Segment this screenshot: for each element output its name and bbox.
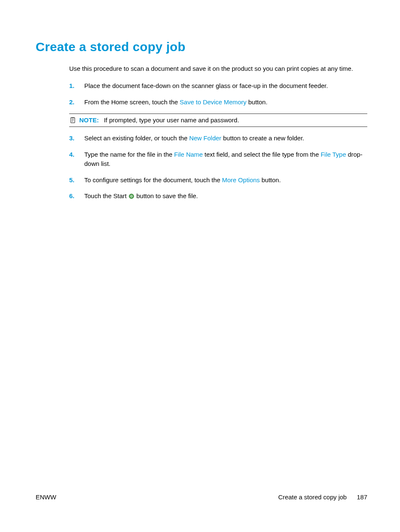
text-fragment: button. xyxy=(247,98,268,106)
note-text: If prompted, type your user name and pas… xyxy=(104,116,239,124)
ui-reference: Save to Device Memory xyxy=(180,98,247,106)
text-fragment: button to save the file. xyxy=(135,192,198,199)
ui-reference: File Type xyxy=(321,151,346,158)
text-fragment: button. xyxy=(260,176,281,183)
note-label: NOTE: xyxy=(79,116,99,124)
steps-list: 1. Place the document face-down on the s… xyxy=(69,81,367,107)
page-number: 187 xyxy=(357,493,367,501)
footer-left: ENWW xyxy=(36,493,56,501)
text-fragment: Place the document face-down on the scan… xyxy=(84,82,328,89)
page-heading: Create a stored copy job xyxy=(36,40,367,54)
intro-paragraph: Use this procedure to scan a document an… xyxy=(69,64,367,73)
step-item: 5. To configure settings for the documen… xyxy=(69,176,367,185)
step-text: Touch the Start button to save the file. xyxy=(84,191,367,201)
ui-reference: More Options xyxy=(222,176,260,183)
note-box: NOTE:If prompted, type your user name an… xyxy=(69,114,367,127)
step-number: 6. xyxy=(69,191,84,201)
step-item: 1. Place the document face-down on the s… xyxy=(69,81,367,91)
note-icon xyxy=(70,117,76,123)
note-content: NOTE:If prompted, type your user name an… xyxy=(79,116,239,124)
step-text: Type the name for the file in the File N… xyxy=(84,150,367,169)
step-item: 2. From the Home screen, touch the Save … xyxy=(69,98,367,107)
step-item: 6. Touch the Start button to save the fi… xyxy=(69,191,367,201)
step-text: Select an existing folder, or touch the … xyxy=(84,134,367,143)
svg-point-7 xyxy=(131,196,132,196)
text-fragment: text field, and select the file type fro… xyxy=(203,151,321,158)
text-fragment: To configure settings for the document, … xyxy=(84,176,222,183)
step-number: 5. xyxy=(69,176,84,185)
step-text: To configure settings for the document, … xyxy=(84,176,367,185)
step-item: 3. Select an existing folder, or touch t… xyxy=(69,134,367,143)
text-fragment: From the Home screen, touch the xyxy=(84,98,180,106)
step-number: 1. xyxy=(69,81,84,91)
step-text: Place the document face-down on the scan… xyxy=(84,81,367,91)
svg-rect-4 xyxy=(72,117,74,118)
footer-section-title: Create a stored copy job xyxy=(278,493,347,501)
page-footer: ENWW Create a stored copy job 187 xyxy=(36,493,367,501)
text-fragment: Select an existing folder, or touch the xyxy=(84,134,189,142)
step-number: 2. xyxy=(69,98,84,107)
text-fragment: Touch the Start xyxy=(84,192,128,199)
ui-reference: File Name xyxy=(174,151,203,158)
step-number: 3. xyxy=(69,134,84,143)
step-number: 4. xyxy=(69,150,84,169)
step-text: From the Home screen, touch the Save to … xyxy=(84,98,367,107)
document-page: Create a stored copy job Use this proced… xyxy=(0,0,400,201)
steps-list-continued: 3. Select an existing folder, or touch t… xyxy=(69,134,367,201)
text-fragment: button to create a new folder. xyxy=(221,134,304,142)
footer-right: Create a stored copy job 187 xyxy=(278,493,367,501)
step-item: 4. Type the name for the file in the Fil… xyxy=(69,150,367,169)
start-icon xyxy=(129,194,134,199)
ui-reference: New Folder xyxy=(189,134,221,142)
text-fragment: Type the name for the file in the xyxy=(84,151,174,158)
